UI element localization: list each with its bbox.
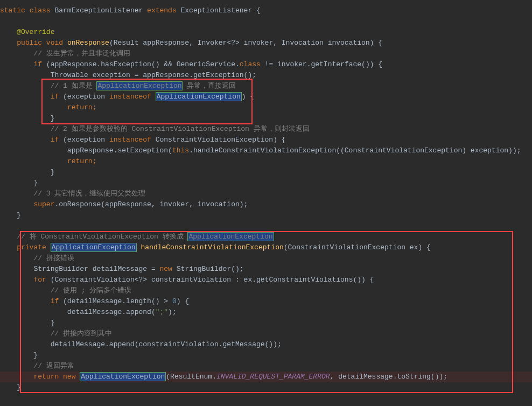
var: appResponse <box>67 146 114 155</box>
param-type: Result <box>114 39 139 47</box>
op: () && <box>151 60 172 68</box>
kw-void: void <box>46 39 63 47</box>
kw-class: class <box>240 60 261 68</box>
var: exception <box>67 136 105 144</box>
superclass: ExceptionListener <box>181 6 253 15</box>
paren: ()) { <box>361 60 382 68</box>
kw-if: if <box>51 136 59 144</box>
kw-super: super <box>33 200 54 208</box>
type: Throwable <box>51 71 88 79</box>
dot: . <box>235 60 240 68</box>
paren: ( <box>168 146 172 155</box>
kw-class: class <box>30 6 51 15</box>
param-name: invoker <box>244 39 274 47</box>
brace: } <box>17 211 21 219</box>
method-call: onResponse <box>59 200 101 208</box>
method-call: getInterface <box>311 60 361 68</box>
method-name: onResponse <box>67 39 109 47</box>
paren: ( <box>63 136 67 144</box>
kw-if: if <box>33 60 42 68</box>
var: exception <box>471 146 508 155</box>
kw-extends: extends <box>147 6 177 15</box>
param-name: appResponse <box>143 39 189 47</box>
paren: ) { <box>273 136 285 144</box>
comment: // 3 其它情况，继续使用父类处理 <box>33 190 145 198</box>
param-type: Invocation <box>282 39 324 47</box>
method-call: setException <box>117 146 168 155</box>
comment: // 2 如果是参数校验的 ConstraintViolationExcepti… <box>51 125 310 133</box>
arg: appResponse <box>105 200 151 208</box>
method-call: getException <box>193 71 244 79</box>
end: )); <box>508 146 521 155</box>
kw-this: this <box>172 146 189 155</box>
kw-public: public <box>17 39 42 47</box>
code-editor[interactable]: static class BarmExceptionListener exten… <box>0 5 532 393</box>
type: ConstraintViolationException <box>156 136 273 144</box>
kw-return: return; <box>67 157 97 165</box>
kw-static: static <box>0 6 25 15</box>
generic: <?> <box>227 39 239 47</box>
paren: (( <box>336 146 345 155</box>
param-type: Invoker <box>198 39 227 47</box>
highlight-annotation-1 <box>41 79 253 124</box>
arg: invocation <box>198 200 240 208</box>
eq: = <box>135 71 139 79</box>
annotation-override: @Override <box>17 28 54 36</box>
var: appResponse <box>51 60 97 68</box>
brace: } <box>33 179 38 187</box>
param-name: invocation <box>328 39 370 47</box>
brace: ) { <box>370 39 382 47</box>
end: ); <box>240 200 248 208</box>
var: appResponse <box>143 71 189 79</box>
comment: // 发生异常，并且非泛化调用 <box>33 50 130 58</box>
paren: ) <box>462 146 466 155</box>
method-call: handleConstraintViolationException <box>193 146 336 155</box>
arg: invoker <box>160 200 190 208</box>
var: invoker <box>277 60 307 68</box>
paren: ( <box>46 60 51 68</box>
brace: { <box>256 6 261 15</box>
kw-instanceof: instanceof <box>109 136 151 144</box>
op: != <box>265 60 274 68</box>
var: exception <box>93 71 130 79</box>
highlight-annotation-2 <box>20 231 513 393</box>
classname: BarmExceptionListener <box>54 6 143 15</box>
type: GenericService <box>177 60 235 68</box>
brace: } <box>51 168 55 176</box>
end: (); <box>244 71 256 79</box>
method-call: hasException <box>101 60 151 68</box>
type: ConstraintViolationException <box>345 146 462 155</box>
